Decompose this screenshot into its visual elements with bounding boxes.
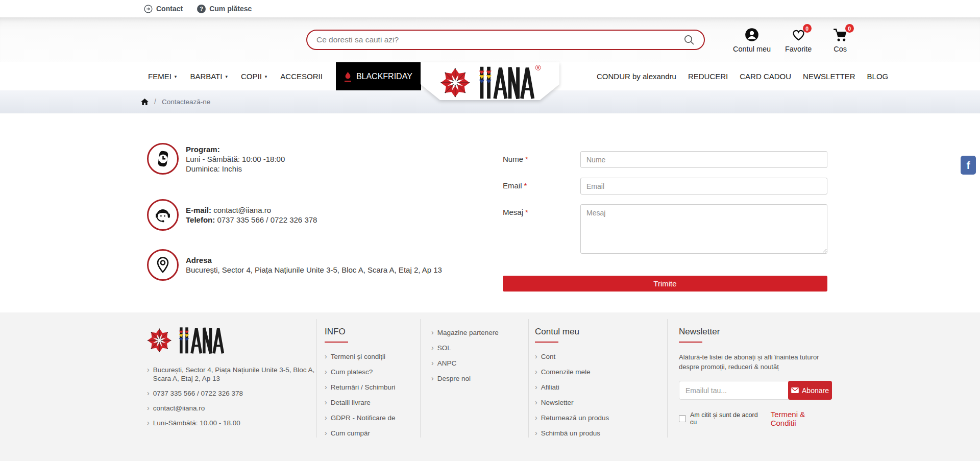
- chevron-right-icon: ›: [535, 429, 537, 437]
- cart-label: Cos: [834, 45, 847, 53]
- address-value: București, Sector 4, Piața Națiunile Uni…: [186, 265, 442, 274]
- chevron-right-icon: ›: [535, 383, 537, 391]
- chevron-right-icon: ›: [147, 366, 150, 374]
- footer-info-column: INFO ›Termeni și condiții ›Cum platesc? …: [325, 327, 414, 444]
- contact-link-label: Contact: [156, 5, 183, 13]
- nav-left: FEMEI ▾ BARBATI ▾ COPII ▾ ACCESORII BLAC…: [148, 62, 421, 90]
- nav-item-femei[interactable]: FEMEI ▾: [148, 72, 177, 81]
- footer-link-gdpr[interactable]: ›GDPR - Notificare de: [325, 414, 414, 422]
- email-field[interactable]: [580, 178, 827, 195]
- terms-link[interactable]: Termeni & Conditii: [771, 410, 832, 427]
- account-label: Contul meu: [733, 45, 771, 53]
- name-field[interactable]: [580, 151, 827, 168]
- footer-phone[interactable]: ›0737 335 566 / 0722 326 378: [147, 389, 315, 398]
- chevron-right-icon: ›: [431, 359, 434, 367]
- contact-link[interactable]: Contact: [144, 5, 183, 13]
- footer-account-column: Contul meu ›Cont ›Comenzile mele ›Afilia…: [535, 327, 660, 444]
- search-input[interactable]: [316, 35, 683, 44]
- footer-link-comenzile-mele[interactable]: ›Comenzile mele: [535, 368, 660, 376]
- chevron-right-icon: ›: [431, 328, 434, 336]
- newsletter-description: Alătură-te listei de abonați și afli îna…: [679, 352, 832, 372]
- footer-link-anpc[interactable]: ›ANPC: [431, 359, 523, 368]
- message-label: Mesaj*: [503, 204, 580, 254]
- nav-item-copii[interactable]: COPII ▾: [241, 72, 267, 81]
- favorites-label: Favorite: [785, 45, 812, 53]
- footer-link-despre-noi[interactable]: ›Despre noi: [431, 374, 523, 383]
- email-value[interactable]: contact@iiana.ro: [213, 206, 271, 214]
- footer-email[interactable]: ›contact@iiana.ro: [147, 404, 315, 413]
- footer: ›București, Sector 4, Piața Națiunile Un…: [0, 312, 980, 461]
- nav-label: REDUCERI: [688, 72, 728, 81]
- search-icon[interactable]: [683, 34, 695, 45]
- subscribe-button[interactable]: Abonare: [788, 381, 832, 400]
- facebook-tab[interactable]: f: [961, 156, 976, 175]
- footer-newsletter-column: Newsletter Alătură-te listei de abonați …: [679, 327, 832, 427]
- chevron-right-icon: ›: [325, 352, 327, 360]
- footer-link-sol[interactable]: ›SOL: [431, 344, 523, 352]
- nav-label: NEWSLETTER: [803, 72, 855, 81]
- chevron-right-icon: ›: [147, 404, 150, 412]
- nav-item-card-cadou[interactable]: CARD CADOU: [740, 72, 791, 81]
- breadcrumb-current: Contactează-ne: [162, 98, 210, 106]
- footer-link-cont[interactable]: ›Cont: [535, 352, 660, 361]
- nav-label: COPII: [241, 72, 262, 81]
- program-sunday: Duminica: Inchis: [186, 164, 242, 173]
- contact-details-text: E-mail: contact@iiana.ro Telefon: 0737 3…: [186, 205, 317, 225]
- message-field[interactable]: [580, 204, 827, 254]
- terms-agree-row: Am citit și sunt de acord cu Termeni & C…: [679, 410, 832, 427]
- email-label: E-mail:: [186, 206, 211, 214]
- required-asterisk: *: [524, 181, 527, 190]
- chevron-down-icon: ▾: [265, 74, 267, 79]
- nav-item-accesorii[interactable]: ACCESORII: [280, 72, 323, 81]
- chevron-right-icon: ›: [325, 429, 327, 437]
- footer-link-magazine-partenere[interactable]: ›Magazine partenere: [431, 328, 523, 337]
- main-nav: FEMEI ▾ BARBATI ▾ COPII ▾ ACCESORII BLAC…: [0, 62, 980, 90]
- footer-link-termeni[interactable]: ›Termeni și condiții: [325, 352, 414, 361]
- address-info-row: Adresa București, Sector 4, Piața Națiun…: [147, 249, 474, 281]
- iiana-logo-icon: ®: [436, 62, 544, 102]
- nav-item-barbati[interactable]: BARBATI ▾: [190, 72, 228, 81]
- footer-info-title: INFO: [325, 327, 414, 337]
- payment-link[interactable]: ? Cum plătesc: [197, 5, 252, 13]
- nav-item-blog[interactable]: BLOG: [867, 72, 889, 81]
- favorites-button[interactable]: 0 Favorite: [784, 27, 813, 53]
- cart-icon: 0: [833, 27, 848, 43]
- phone-value[interactable]: 0737 335 566 / 0722 326 378: [217, 215, 317, 224]
- nav-label: BLOG: [867, 72, 889, 81]
- footer-logo[interactable]: [144, 324, 315, 358]
- home-icon[interactable]: [141, 99, 149, 105]
- footer-link-returnari[interactable]: ›Returnări / Schimburi: [325, 383, 414, 392]
- footer-link-returneaza-produs[interactable]: ›Returnează un produs: [535, 414, 660, 422]
- footer-link-detalii-livrare[interactable]: ›Detalii livrare: [325, 398, 414, 407]
- terms-agree-text: Am citit și sunt de acord cu: [690, 411, 766, 426]
- footer-link-cum-cumpar[interactable]: ›Cum cumpăr: [325, 429, 414, 438]
- terms-checkbox[interactable]: [679, 415, 686, 422]
- chevron-right-icon: ›: [325, 383, 327, 391]
- submit-button[interactable]: Trimite: [503, 276, 827, 292]
- footer-link-schimba-produs[interactable]: ›Schimbă un produs: [535, 429, 660, 438]
- header: Contul meu 0 Favorite 0 Cos: [0, 17, 980, 62]
- footer-link-cum-platesc[interactable]: ›Cum platesc?: [325, 368, 414, 376]
- account-button[interactable]: Contul meu: [733, 27, 771, 53]
- chevron-down-icon: ▾: [225, 74, 228, 79]
- footer-link-newsletter[interactable]: ›Newsletter: [535, 398, 660, 407]
- chevron-right-icon: ›: [535, 352, 537, 360]
- flame-icon: [345, 71, 351, 82]
- phone-label: Telefon:: [186, 215, 215, 224]
- nav-item-blackfriday[interactable]: BLACKFRIDAY: [336, 62, 421, 90]
- program-info-row: Program: Luni - Sâmbătă: 10:00 -18:00 Du…: [147, 143, 474, 175]
- site-logo[interactable]: ®: [421, 62, 559, 100]
- cart-button[interactable]: 0 Cos: [826, 27, 854, 53]
- facebook-icon: f: [967, 159, 970, 172]
- nav-item-newsletter[interactable]: NEWSLETTER: [803, 72, 855, 81]
- footer-link-afiliati[interactable]: ›Afiliati: [535, 383, 660, 392]
- name-label: Nume*: [503, 151, 580, 168]
- nav-item-reduceri[interactable]: REDUCERI: [688, 72, 728, 81]
- blackfriday-label: BLACKFRIDAY: [356, 72, 412, 81]
- chevron-right-icon: ›: [535, 398, 537, 406]
- logo-area: ®: [421, 62, 559, 100]
- nav-item-condur[interactable]: CONDUR by alexandru: [597, 72, 676, 81]
- search-bar: [306, 30, 705, 50]
- favorites-count-badge: 0: [803, 24, 812, 33]
- contact-form: Nume* Email* Mesaj* Trimite: [503, 151, 827, 292]
